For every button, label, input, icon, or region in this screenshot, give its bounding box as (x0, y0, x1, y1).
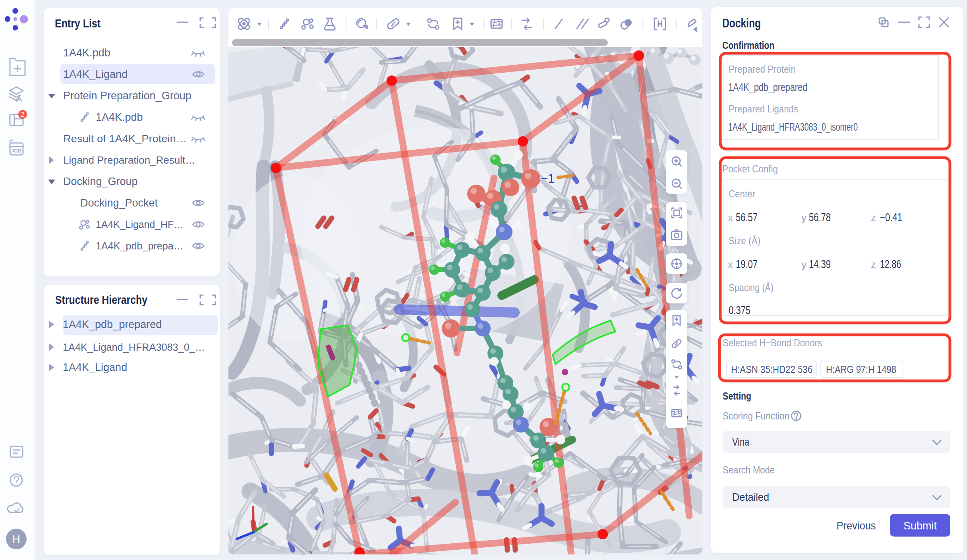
svg-text:1A4K_Ligand: 1A4K_Ligand (63, 361, 127, 373)
svg-text:Result of 1A4K_Protein…: Result of 1A4K_Protein… (63, 133, 187, 145)
svg-text:z: z (871, 259, 876, 270)
svg-text:0.375: 0.375 (729, 304, 750, 317)
svg-text:12.86: 12.86 (880, 258, 901, 270)
svg-text:Docking_Pocket: Docking_Pocket (80, 197, 158, 209)
svg-text:Spacing (Å): Spacing (Å) (729, 282, 774, 294)
svg-text:JOB: JOB (11, 148, 21, 154)
svg-text:Submit: Submit (903, 519, 937, 532)
svg-text:1A4K_Ligand_HFRA3083_0_…: 1A4K_Ligand_HFRA3083_0_… (63, 341, 205, 353)
svg-text:1A4K.pdb: 1A4K.pdb (63, 47, 110, 59)
svg-text:Prepared Protein: Prepared Protein (729, 63, 796, 75)
svg-text:Search Mode: Search Mode (723, 464, 775, 476)
svg-text:Confirmation: Confirmation (722, 39, 774, 51)
svg-text:Ligand Preparation_Result…: Ligand Preparation_Result… (63, 154, 195, 166)
svg-text:Docking_Group: Docking_Group (63, 176, 138, 187)
svg-text:1A4K_pdb_prepared: 1A4K_pdb_prepared (63, 319, 162, 330)
svg-text:−1: −1 (541, 172, 555, 185)
svg-text:Center: Center (729, 188, 755, 200)
svg-text:x: x (728, 212, 733, 224)
svg-text:56.78: 56.78 (809, 211, 831, 224)
svg-text:Setting: Setting (723, 390, 751, 402)
svg-text:Prepared Ligands: Prepared Ligands (729, 103, 798, 115)
svg-text:z: z (871, 212, 876, 224)
svg-text:H:ARG 97:H 1498: H:ARG 97:H 1498 (826, 363, 896, 375)
svg-text:1A4K_Ligand: 1A4K_Ligand (63, 68, 128, 80)
svg-text:14.39: 14.39 (809, 258, 831, 270)
svg-text:Pocket Config: Pocket Config (722, 163, 778, 175)
svg-text:Size (Å): Size (Å) (729, 235, 760, 247)
svg-text:Vina: Vina (732, 436, 749, 448)
svg-text:Previous: Previous (837, 519, 876, 532)
svg-text:−0.41: −0.41 (880, 211, 902, 224)
svg-text:Detailed: Detailed (732, 491, 769, 503)
svg-text:H:ASN 35:HD22 536: H:ASN 35:HD22 536 (731, 363, 812, 375)
svg-text:1A4K_pdb_prepared: 1A4K_pdb_prepared (728, 81, 807, 93)
svg-text:56.57: 56.57 (736, 211, 758, 224)
svg-text:H: H (12, 533, 20, 545)
svg-text:x: x (728, 259, 733, 270)
svg-text:1A4K.pdb: 1A4K.pdb (96, 111, 143, 123)
svg-text:Selected H−Bond Donors: Selected H−Bond Donors (723, 337, 822, 349)
svg-text:Protein Preparation_Group: Protein Preparation_Group (63, 90, 191, 102)
svg-text:Docking: Docking (722, 16, 761, 30)
svg-text:1A4K_Ligand_HF…: 1A4K_Ligand_HF… (96, 218, 184, 230)
svg-text:y: y (801, 212, 806, 224)
svg-text:1A4K_pdb_prepa…: 1A4K_pdb_prepa… (96, 240, 184, 252)
svg-text:1A4K_Ligand_HFRA3083_0_isomer0: 1A4K_Ligand_HFRA3083_0_isomer0 (728, 121, 858, 133)
svg-text:2: 2 (21, 111, 25, 118)
svg-text:y: y (801, 259, 806, 270)
svg-text:19.07: 19.07 (736, 258, 758, 270)
svg-text:Scoring Function: Scoring Function (723, 410, 789, 422)
